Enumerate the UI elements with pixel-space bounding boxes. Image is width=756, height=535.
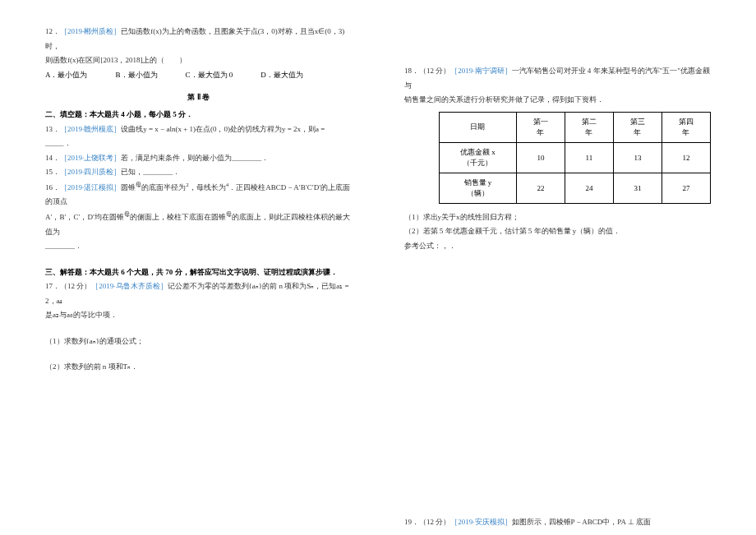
td-y2: 24	[565, 173, 613, 203]
q13-ref: ［2019·赣州模底］	[60, 125, 121, 133]
td-x2: 11	[565, 142, 613, 173]
q18-line2: 销售量之间的关系进行分析研究并做了记录，得到如下资料．	[404, 93, 711, 108]
td-x3: 13	[613, 142, 662, 173]
table-row: 销售量 y（辆） 22 24 31 27	[440, 173, 711, 203]
q19-text: 如图所示，四棱锥P − ABCD中，PA ⊥ 底面	[512, 518, 651, 526]
q16-t2b: 母	[124, 211, 130, 218]
td-x4: 12	[662, 142, 710, 173]
q18-ref: ［2019·南宁调研］	[450, 67, 511, 75]
q19-ref: ［2019·安庆模拟］	[450, 518, 511, 526]
td-y3: 31	[613, 173, 662, 203]
q14: 14．［2019·上饶联考］若，满足约束条件，则的最小值为________．	[45, 151, 352, 166]
q12-options: A．最小值为 B．最小值为 C．最大值为 0 D．最大值为	[45, 68, 352, 83]
q18-line1: 18．（12 分）［2019·南宁调研］一汽车销售公司对开业 4 年来某种型号的…	[404, 64, 711, 93]
fill-heading: 二、填空题：本大题共 4 小题，每小题 5 分．	[45, 108, 352, 122]
q17-ref: ［2019·乌鲁木齐质检］	[91, 282, 167, 290]
solve-heading: 三、解答题：本大题共 6 个大题，共 70 分，解答应写出文字说明、证明过程或演…	[45, 265, 352, 280]
q16-num: 16．	[45, 183, 60, 191]
td-xlabel: 优惠金额 x（千元）	[440, 142, 517, 173]
q17-line2: 是a₂与a₈的等比中项．	[45, 308, 352, 323]
q13: 13．［2019·赣州模底］设曲线y = x − aln(x + 1)在点(0，…	[45, 122, 352, 151]
q12-opt-a: A．最小值为	[45, 68, 88, 83]
q16-t2: A′，B′，C′，D′均在圆锥	[45, 213, 124, 221]
th-y2: 第二年	[565, 112, 613, 142]
page-left: 12．［2019·郴州质检］已知函数f(x)为上的奇函数，且图象关于点(3，0)…	[0, 0, 378, 535]
q17-num: 17．（12 分）	[45, 282, 91, 290]
q12-opt-c: C．最大值为 0	[186, 68, 233, 83]
q18-table: 日期 第一年 第二年 第三年 第四年 优惠金额 x（千元） 10 11 13 1…	[439, 112, 711, 204]
q12-num: 12．	[45, 27, 60, 35]
q14-ref: ［2019·上饶联考］	[60, 154, 121, 162]
q18-sub2: （2）若第 5 年优惠金额千元，估计第 5 年的销售量 y（辆）的值．	[404, 224, 711, 239]
q12-line2: 则函数f(x)在区间[2013，2018]上的（ ）	[45, 53, 352, 68]
td-x1: 10	[516, 142, 565, 173]
td-ylabel: 销售量 y（辆）	[440, 173, 517, 203]
q18-num: 18．（12 分）	[404, 67, 450, 75]
q19-line1: 19．（12 分）［2019·安庆模拟］如图所示，四棱锥P − ABCD中，PA…	[404, 515, 651, 530]
q16-t2c: 的侧面上，棱柱下底面在圆锥	[130, 213, 226, 221]
section-2-title: 第 Ⅱ 卷	[45, 92, 352, 103]
q17-sub2: （2）求数列的前 n 项和Tₙ．	[45, 360, 352, 375]
page-right: 18．（12 分）［2019·南宁调研］一汽车销售公司对开业 4 年来某种型号的…	[378, 0, 756, 535]
q16-line3: ________．	[45, 239, 352, 254]
th-y1: 第一年	[516, 112, 565, 142]
q16-t1e: ，母线长为	[189, 183, 226, 191]
q15-text: 已知，________．	[121, 168, 180, 176]
q14-num: 14．	[45, 154, 60, 162]
q12-line1: 12．［2019·郴州质检］已知函数f(x)为上的奇函数，且图象关于点(3，0)…	[45, 25, 352, 53]
th-date: 日期	[440, 112, 517, 142]
q16-line1: 16．［2019·湛江模拟］圆锥母的底面半径为2，母线长为4．正四棱柱ABCD …	[45, 180, 352, 210]
q16-t1: 圆锥	[121, 183, 136, 191]
q16-t1c: 的底面半径为	[141, 183, 186, 191]
table-header-row: 日期 第一年 第二年 第三年 第四年	[440, 112, 711, 142]
q12-ref: ［2019·郴州质检］	[60, 27, 121, 35]
td-y4: 27	[662, 173, 710, 203]
q12-opt-d: D．最大值为	[260, 68, 303, 83]
th-y4: 第四年	[662, 112, 710, 142]
q18-sub1: （1）求出y关于x的线性回归方程；	[404, 210, 711, 225]
q16-t2d: 母	[226, 211, 232, 218]
q12-opt-b: B．最小值为	[116, 68, 158, 83]
q16-ref: ［2019·湛江模拟］	[60, 183, 121, 191]
q17-sub1: （1）求数列{aₙ}的通项公式；	[45, 334, 352, 349]
q16-line2: A′，B′，C′，D′均在圆锥母的侧面上，棱柱下底面在圆锥母的底面上，则此正四棱…	[45, 210, 352, 239]
q15-ref: ［2019·四川质检］	[60, 168, 121, 176]
q19-num: 19．（12 分）	[404, 518, 450, 526]
td-y1: 22	[516, 173, 565, 203]
q15: 15．［2019·四川质检］已知，________．	[45, 165, 352, 180]
table-row: 优惠金额 x（千元） 10 11 13 12	[440, 142, 711, 173]
th-y3: 第三年	[613, 112, 662, 142]
q14-text: 若，满足约束条件，则的最小值为________．	[121, 154, 269, 162]
q18-note: 参考公式：，．	[404, 239, 711, 254]
q13-num: 13．	[45, 125, 60, 133]
q15-num: 15．	[45, 168, 60, 176]
q17-line1: 17．（12 分）［2019·乌鲁木齐质检］记公差不为零的等差数列{aₙ}的前 …	[45, 279, 352, 308]
